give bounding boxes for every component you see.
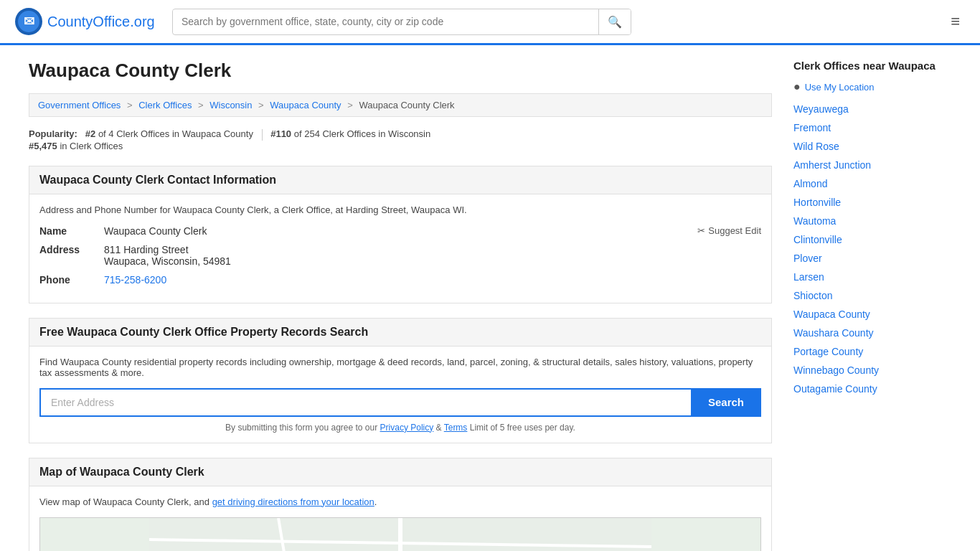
breadcrumb-link-1[interactable]: Government Offices [38,100,121,110]
breadcrumb-sep-2: > [198,100,204,110]
contact-address-row: Address 811 Harding Street Waupaca, Wisc… [39,244,761,267]
list-item: Wautoma [793,215,951,227]
menu-icon[interactable]: ≡ [945,9,966,34]
list-item: Waupaca County [793,309,951,320]
content: Waupaca County Clerk Government Offices … [29,60,772,551]
edit-icon: ✂ [697,225,705,236]
search-bar: 🔍 [172,9,631,35]
sidebar: Clerk Offices near Waupaca ● Use My Loca… [793,60,951,551]
search-icon: 🔍 [608,16,622,28]
phone-link[interactable]: 715-258-6200 [104,274,166,286]
form-disclaimer: By submitting this form you agree to our… [39,423,761,433]
map-description: View map of Waupaca County Clerk, and ge… [39,496,761,507]
driving-directions-link[interactable]: get driving directions from your locatio… [212,496,374,507]
address-input[interactable] [39,388,691,417]
list-item: Almond [793,178,951,189]
popularity: Popularity: #2 of 4 Clerk Offices in Wau… [29,128,772,151]
map-placeholder: Waupaca County Clerk [39,517,761,551]
main-layout: Waupaca County Clerk Government Offices … [0,45,980,551]
breadcrumb-current: Waupaca County Clerk [359,100,454,110]
breadcrumb-sep-3: > [258,100,264,110]
header: ✉ CountyOffice.org 🔍 ≡ [0,0,980,45]
contact-address-value: 811 Harding Street Waupaca, Wisconsin, 5… [104,244,231,267]
list-item: Larsen [793,271,951,283]
sidebar-link-clintonville[interactable]: Clintonville [793,234,842,245]
contact-name-value: Waupaca County Clerk [104,225,207,237]
property-search-description: Find Waupaca County residential property… [39,357,761,378]
main-search-button[interactable]: 🔍 [598,9,631,34]
list-item: Waushara County [793,327,951,339]
map-section: Map of Waupaca County Clerk View map of … [29,458,772,551]
list-item: Clintonville [793,234,951,245]
pop-rank2: #110 [270,128,291,139]
breadcrumb-sep-1: > [127,100,133,110]
sidebar-link-winnebago-county[interactable]: Winnebago County [793,364,879,376]
property-search-header: Free Waupaca County Clerk Office Propert… [29,319,771,347]
contact-description: Address and Phone Number for Waupaca Cou… [39,204,761,215]
map-section-body: View map of Waupaca County Clerk, and ge… [29,486,771,551]
svg-text:✉: ✉ [24,14,34,29]
list-item: Amherst Junction [793,159,951,171]
sidebar-link-portage-county[interactable]: Portage County [793,346,863,357]
contact-name-row: Name Waupaca County Clerk ✂ Suggest Edit [39,225,761,237]
sidebar-links-list: Weyauwega Fremont Wild Rose Amherst Junc… [793,103,951,395]
pop-rank3: #5,475 [29,141,57,151]
contact-section: Waupaca County Clerk Contact Information… [29,166,772,303]
breadcrumb-link-2[interactable]: Clerk Offices [138,100,192,110]
property-search-button[interactable]: Search [691,388,761,417]
contact-section-header: Waupaca County Clerk Contact Information [29,166,771,194]
privacy-policy-link[interactable]: Privacy Policy [380,423,434,433]
sidebar-link-hortonville[interactable]: Hortonville [793,197,841,208]
sidebar-link-weyauwega[interactable]: Weyauwega [793,103,849,115]
list-item: Plover [793,253,951,264]
sidebar-link-waushara-county[interactable]: Waushara County [793,327,874,339]
list-item: Winnebago County [793,364,951,376]
list-item: Portage County [793,346,951,357]
property-search-section: Free Waupaca County Clerk Office Propert… [29,318,772,443]
pin-icon: ● [793,80,801,93]
page-title: Waupaca County Clerk [29,60,772,82]
list-item: Wild Rose [793,141,951,152]
terms-link[interactable]: Terms [444,423,468,433]
list-item: Outagamie County [793,383,951,395]
map-section-header: Map of Waupaca County Clerk [29,458,771,486]
sidebar-link-wild-rose[interactable]: Wild Rose [793,141,839,152]
sidebar-link-outagamie-county[interactable]: Outagamie County [793,383,877,395]
sidebar-link-waupaca-county[interactable]: Waupaca County [793,309,870,320]
list-item: Weyauwega [793,103,951,115]
contact-name-label: Name [39,225,104,237]
contact-address-label: Address [39,244,104,255]
address-form: Search [39,388,761,417]
list-item: Hortonville [793,197,951,208]
sidebar-link-shiocton[interactable]: Shiocton [793,290,832,301]
sidebar-link-larsen[interactable]: Larsen [793,271,824,283]
sidebar-title: Clerk Offices near Waupaca [793,60,951,72]
contact-phone-row: Phone 715-258-6200 [39,274,761,286]
sidebar-link-almond[interactable]: Almond [793,178,827,189]
contact-phone-label: Phone [39,274,104,286]
logo-icon: ✉ [14,7,43,36]
logo-text: CountyOffice.org [47,14,155,30]
suggest-edit-link[interactable]: ✂ Suggest Edit [697,225,761,236]
list-item: Fremont [793,122,951,133]
sidebar-link-plover[interactable]: Plover [793,253,822,264]
list-item: Shiocton [793,290,951,301]
breadcrumb-link-4[interactable]: Waupaca County [270,100,341,110]
breadcrumb-sep-4: > [347,100,353,110]
pop-separator-1 [262,129,263,141]
contact-section-body: Address and Phone Number for Waupaca Cou… [29,194,771,303]
logo-area: ✉ CountyOffice.org [14,7,158,36]
breadcrumb-link-3[interactable]: Wisconsin [209,100,252,110]
sidebar-link-wautoma[interactable]: Wautoma [793,215,836,227]
property-search-body: Find Waupaca County residential property… [29,347,771,443]
pop-rank1: #2 [85,128,95,139]
contact-phone-value: 715-258-6200 [104,274,166,286]
breadcrumb: Government Offices > Clerk Offices > Wis… [29,93,772,117]
use-location-button[interactable]: ● Use My Location [793,80,951,93]
main-search-input[interactable] [173,10,598,33]
sidebar-link-fremont[interactable]: Fremont [793,122,831,133]
sidebar-link-amherst-junction[interactable]: Amherst Junction [793,159,871,171]
